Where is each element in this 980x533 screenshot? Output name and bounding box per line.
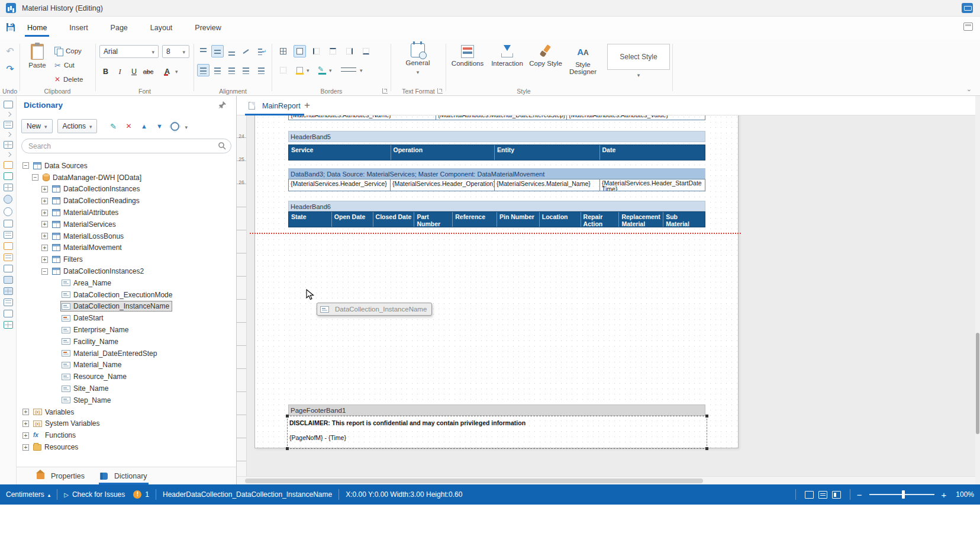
panel-tool-icon[interactable] (4, 265, 13, 272)
tree-item[interactable]: Filters (17, 253, 236, 265)
subreport-tool-icon[interactable] (4, 287, 13, 295)
expand-icon[interactable] (22, 432, 29, 439)
disclaimer-cell[interactable]: DISCLAIMER: This report is confidential … (289, 419, 703, 426)
move-up-icon[interactable] (138, 121, 149, 131)
band-data3[interactable]: DataBand3; Data Source: MaterialServices… (288, 168, 705, 179)
tab-main-report[interactable]: MainReport (245, 96, 304, 115)
expand-icon[interactable] (41, 256, 48, 263)
add-page-button[interactable] (301, 99, 314, 112)
expand-icon[interactable] (41, 186, 48, 192)
right-border-icon[interactable] (343, 45, 356, 57)
tree-item[interactable]: MaterialLossBonus (17, 230, 236, 242)
tree-item-field[interactable]: DateStart (17, 312, 236, 324)
multi-page-view-icon[interactable] (832, 491, 841, 499)
band-page-footer1[interactable]: PageFooterBand1 (288, 404, 705, 416)
tab-dictionary[interactable]: Dictionary (100, 467, 147, 484)
header-cell[interactable]: Open Date (332, 212, 373, 227)
band-header5[interactable]: HeaderBand5 (288, 131, 705, 142)
align-justify-icon[interactable] (240, 64, 252, 76)
shape-tool-icon[interactable] (4, 310, 13, 317)
tree-item-field[interactable]: Resource_Name (17, 371, 236, 383)
page-tool-icon[interactable] (4, 101, 13, 108)
units-selector[interactable]: Centimeters (6, 490, 50, 499)
header-cell[interactable]: Part Number (414, 212, 453, 227)
header-cell[interactable]: Reference (453, 212, 497, 227)
brush-tool-icon[interactable] (4, 161, 13, 169)
issues-indicator[interactable]: 1 (133, 490, 149, 499)
font-color-chevron-icon[interactable] (175, 69, 178, 75)
header-cell[interactable]: Location (540, 212, 581, 227)
tab-layout[interactable]: Layout (148, 18, 175, 38)
vertical-scrollbar[interactable] (975, 96, 980, 484)
tree-item-field[interactable]: Material_DateEnteredStep (17, 348, 236, 359)
bold-button[interactable]: B (99, 65, 112, 78)
globe-tool-icon[interactable] (4, 207, 12, 216)
tree-item-field-selected[interactable]: DataCollection_InstanceName (17, 301, 236, 313)
expand-icon[interactable] (22, 444, 29, 451)
header-cell[interactable]: Repair Action (581, 212, 620, 227)
line-spacing-icon[interactable] (255, 64, 267, 76)
actions-button[interactable]: Actions (57, 119, 98, 133)
scrollbar-thumb[interactable] (976, 333, 979, 434)
select-style-chevron-icon[interactable] (607, 71, 670, 78)
top-border-icon[interactable] (327, 45, 339, 57)
zoom-level[interactable]: 100% (956, 490, 974, 499)
tree-item[interactable]: MaterialServices (17, 219, 236, 230)
zoom-out-button[interactable] (857, 490, 862, 500)
font-size-select[interactable]: 8 (162, 45, 189, 58)
pen-tool-icon[interactable] (4, 172, 13, 180)
font-family-select[interactable]: Arial (99, 45, 159, 58)
report-cell[interactable]: {MaterialServices.Material_Name} (495, 179, 600, 191)
report-cell[interactable]: {MaterialServices.Header_StartDateTime} (600, 179, 705, 191)
selection-handle[interactable] (286, 415, 289, 418)
selection-handle[interactable] (286, 447, 289, 450)
no-border-icon[interactable] (277, 64, 289, 76)
report-cell[interactable]: {MaterialServices.Header_Service} (288, 179, 391, 191)
interaction-button[interactable]: Interaction (488, 45, 527, 67)
barcode-tool-icon[interactable] (4, 242, 13, 250)
redo-icon[interactable] (5, 64, 15, 75)
band-tool-icon[interactable] (4, 121, 13, 129)
comment-tool-icon[interactable] (4, 220, 13, 227)
selection-handle[interactable] (705, 415, 708, 418)
chevron-right-icon[interactable] (4, 152, 13, 156)
expand-icon[interactable] (41, 245, 48, 251)
tree-item[interactable]: DataCollectionInstances2 (17, 265, 236, 277)
border-style-icon[interactable] (339, 64, 359, 76)
report-page[interactable] (254, 115, 739, 448)
table-tool-icon[interactable] (4, 184, 13, 191)
collapse-icon[interactable] (32, 174, 38, 181)
undo-icon[interactable] (5, 46, 15, 57)
align-top-icon[interactable] (197, 45, 209, 57)
paste-button[interactable]: Paste (25, 44, 50, 69)
design-surface[interactable]: {MaterialAttributes.Attributes_Name} {Ma… (247, 115, 975, 476)
tree-item-field[interactable]: Step_Name (17, 394, 236, 406)
move-down-icon[interactable] (154, 121, 165, 131)
footer-selection-region[interactable]: DISCLAIMER: This report is confidential … (287, 416, 707, 449)
tree-item[interactable]: DataCollectionReadings (17, 195, 236, 207)
tree-item-variables[interactable]: Variables (17, 406, 236, 418)
tab-preview[interactable]: Preview (192, 18, 223, 38)
zoom-slider-thumb[interactable] (902, 490, 905, 499)
header-cell[interactable]: Pin Number (497, 212, 540, 227)
cross-band-tool-icon[interactable] (4, 141, 13, 149)
report-cell[interactable]: {MaterialAttributes.Attributes_Name} (288, 115, 436, 120)
report-cell[interactable]: {MaterialAttributes.Attributes_Value} (567, 115, 705, 120)
chevron-right-icon[interactable] (4, 112, 13, 116)
image-tool-icon[interactable] (4, 276, 13, 284)
tree-item-field[interactable]: Site_Name (17, 383, 236, 394)
tab-insert[interactable]: Insert (67, 18, 90, 38)
expand-icon[interactable] (41, 221, 48, 227)
continuous-view-icon[interactable] (818, 491, 827, 499)
tree-item-field[interactable]: Enterprise_Name (17, 324, 236, 336)
gear-icon[interactable] (169, 121, 180, 131)
italic-button[interactable]: I (114, 65, 126, 78)
border-style-chevron-icon[interactable] (360, 68, 363, 73)
header-cell[interactable]: Service (289, 145, 391, 160)
tab-properties[interactable]: Properties (37, 467, 85, 484)
cut-button[interactable]: Cut (54, 59, 75, 71)
zoom-in-button[interactable] (942, 490, 947, 500)
edit-icon[interactable] (108, 121, 118, 131)
collapse-ribbon-icon[interactable] (966, 85, 972, 93)
header-cell[interactable]: Date (600, 145, 705, 160)
